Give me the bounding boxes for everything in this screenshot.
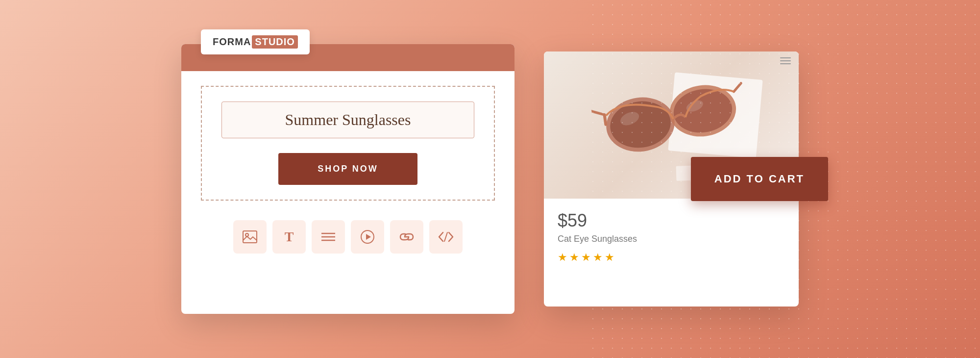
svg-line-13	[605, 115, 606, 125]
svg-line-8	[444, 232, 447, 241]
list-icon	[321, 231, 335, 242]
link-icon	[399, 233, 414, 241]
star-3: ★	[581, 251, 591, 264]
image-tool-button[interactable]	[233, 220, 267, 254]
product-panel: $59 Cat Eye Sunglasses ★ ★ ★ ★ ★ ADD TO …	[544, 51, 799, 307]
menu-line-3	[780, 63, 791, 64]
text-icon: T	[285, 229, 294, 245]
product-name: Cat Eye Sunglasses	[558, 234, 785, 244]
menu-line-2	[780, 60, 791, 61]
shop-now-button[interactable]: SHOP NOW	[278, 153, 417, 185]
editor-panel: FORMA STUDIO SHOP NOW T	[181, 44, 514, 314]
logo-studio: STUDIO	[252, 35, 298, 49]
star-5: ★	[605, 251, 614, 264]
svg-marker-6	[366, 234, 371, 240]
text-tool-button[interactable]: T	[272, 220, 306, 254]
main-container: FORMA STUDIO SHOP NOW T	[0, 0, 980, 358]
star-4: ★	[593, 251, 603, 264]
product-rating: ★ ★ ★ ★ ★	[558, 251, 785, 264]
code-icon	[438, 231, 454, 242]
list-tool-button[interactable]	[312, 220, 345, 254]
svg-line-15	[733, 83, 742, 92]
star-2: ★	[569, 251, 579, 264]
svg-rect-0	[243, 231, 257, 243]
product-menu-icon	[780, 57, 791, 64]
logo: FORMA STUDIO	[201, 29, 310, 54]
code-tool-button[interactable]	[429, 220, 463, 254]
editor-dashed-area: SHOP NOW	[201, 86, 495, 201]
video-icon	[360, 230, 375, 244]
star-1: ★	[558, 251, 567, 264]
video-tool-button[interactable]	[351, 220, 384, 254]
logo-forma: FORMA	[213, 36, 251, 48]
product-info-section: $59 Cat Eye Sunglasses ★ ★ ★ ★ ★	[544, 199, 799, 278]
product-price: $59	[558, 210, 785, 231]
toolbar: T	[181, 210, 514, 268]
image-icon	[243, 230, 257, 243]
svg-line-14	[587, 107, 605, 117]
add-to-cart-button[interactable]: ADD TO CART	[691, 157, 828, 201]
menu-line-1	[780, 57, 791, 58]
link-tool-button[interactable]	[390, 220, 423, 254]
headline-input[interactable]	[221, 102, 474, 138]
